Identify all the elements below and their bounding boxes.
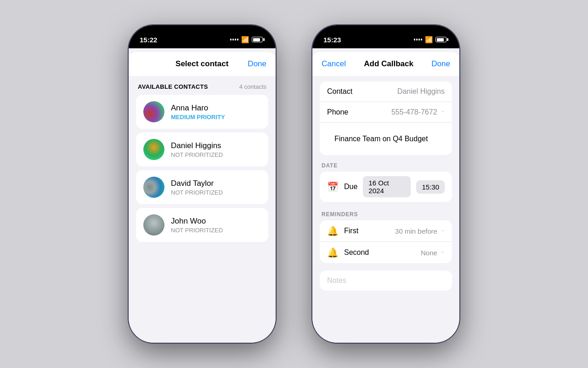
avatar-david [143, 177, 164, 198]
avatar-john [143, 214, 164, 236]
first-reminder-label: First [344, 227, 390, 235]
done-button[interactable]: Done [248, 59, 266, 69]
note-row: Finance Team on Q4 Budget [320, 123, 452, 155]
contact-name-john: John Woo [171, 217, 261, 226]
first-reminder-value: 30 min before ⌃ [395, 227, 445, 235]
second-reminder-value: None ⌃ [421, 249, 445, 257]
select-contact-header: Select contact Done [129, 52, 276, 76]
contact-priority-john: Not Prioritized [171, 227, 261, 234]
left-status-bar: 15:22 📶 [129, 25, 276, 48]
select-contact-title: Select contact [175, 59, 228, 69]
section-title: Available Contacts [138, 83, 208, 90]
second-reminder-label: Second [344, 248, 415, 257]
reminders-section-label: REMINDERS [320, 209, 452, 220]
contact-info-david: David Taylor Not Prioritized [171, 179, 261, 196]
first-reminder-row[interactable]: 🔔 First 30 min before ⌃ [320, 220, 452, 242]
phone-value: 555-478-7672 ⌃ [391, 108, 445, 116]
contact-card-daniel[interactable]: Daniel Higgins Not Prioritized [136, 132, 268, 167]
contacts-section: Available Contacts 4 contacts Anna Haro … [129, 76, 276, 249]
contact-label: Contact [327, 87, 352, 96]
contact-form-card: Contact Daniel Higgins Phone 555-478-767… [320, 81, 452, 155]
second-reminder-row[interactable]: 🔔 Second None ⌃ [320, 242, 452, 263]
date-form-card: 📅 Due 16 Oct 2024 15:30 [320, 172, 452, 202]
left-phone: 15:22 📶 [129, 25, 276, 343]
calendar-icon: 📅 [327, 181, 339, 192]
add-callback-header: Cancel Add Callback Done [312, 52, 459, 76]
date-chip[interactable]: 16 Oct 2024 [363, 176, 411, 197]
left-time: 15:22 [140, 36, 157, 44]
battery-icon [252, 37, 265, 42]
contact-priority-daniel: Not Prioritized [171, 151, 261, 158]
signal-icon [230, 39, 238, 40]
phone-chevron: ⌃ [441, 110, 445, 115]
add-callback-title: Add Callback [364, 59, 413, 69]
left-phone-screen: 15:22 📶 [129, 25, 276, 343]
contact-row[interactable]: Contact Daniel Higgins [320, 81, 452, 102]
time-chip[interactable]: 15:30 [416, 180, 445, 194]
due-label: Due [344, 183, 357, 191]
contact-value: Daniel Higgins [397, 87, 445, 96]
contact-info-anna: Anna Haro Medium Priority [171, 104, 261, 121]
contact-card-anna[interactable]: Anna Haro Medium Priority [136, 95, 268, 129]
phone-row[interactable]: Phone 555-478-7672 ⌃ [320, 102, 452, 123]
second-chevron: ⌃ [441, 251, 445, 256]
contact-info-john: John Woo Not Prioritized [171, 217, 261, 234]
contact-priority-david: Not Prioritized [171, 189, 261, 196]
right-signal-icon [414, 39, 422, 40]
first-bell-icon: 🔔 [327, 225, 339, 236]
wifi-icon: 📶 [241, 36, 249, 43]
notes-placeholder: Notes [327, 276, 346, 284]
first-chevron: ⌃ [441, 229, 445, 235]
contact-name-daniel: Daniel Higgins [171, 141, 261, 150]
notes-area[interactable]: Notes [320, 270, 452, 291]
contact-name-anna: Anna Haro [171, 104, 261, 113]
right-time: 15:23 [323, 36, 341, 44]
phone-label: Phone [327, 108, 348, 116]
select-contact-sheet: Select contact Done Available Contacts 4… [129, 48, 276, 343]
contact-info-daniel: Daniel Higgins Not Prioritized [171, 141, 261, 158]
contact-priority-anna: Medium Priority [171, 114, 261, 121]
due-row[interactable]: 📅 Due 16 Oct 2024 15:30 [320, 172, 452, 202]
section-header: Available Contacts 4 contacts [136, 83, 268, 95]
right-battery-icon [435, 37, 448, 42]
second-bell-icon: 🔔 [327, 247, 339, 258]
section-count: 4 contacts [239, 83, 266, 90]
right-phone-screen: 15:23 📶 Cance [312, 25, 459, 343]
date-section-label: DATE [320, 162, 452, 172]
contact-name-david: David Taylor [171, 179, 261, 188]
note-text: Finance Team on Q4 Budget [327, 129, 435, 149]
form-area: Contact Daniel Higgins Phone 555-478-767… [312, 76, 459, 300]
right-status-bar: 15:23 📶 [312, 25, 459, 48]
avatar-anna [143, 101, 164, 122]
contact-card-john[interactable]: John Woo Not Prioritized [136, 208, 268, 242]
contact-card-david[interactable]: David Taylor Not Prioritized [136, 170, 268, 204]
right-wifi-icon: 📶 [425, 36, 433, 43]
right-done-button[interactable]: Done [431, 59, 450, 69]
left-status-right: 📶 [230, 36, 265, 43]
right-phone: 15:23 📶 Cance [312, 25, 459, 343]
right-status-right: 📶 [414, 36, 448, 43]
add-callback-sheet: Cancel Add Callback Done Contact Daniel … [312, 48, 459, 343]
cancel-button[interactable]: Cancel [322, 59, 346, 69]
reminders-form-card: 🔔 First 30 min before ⌃ 🔔 Second None [320, 220, 452, 263]
avatar-daniel [143, 139, 164, 160]
